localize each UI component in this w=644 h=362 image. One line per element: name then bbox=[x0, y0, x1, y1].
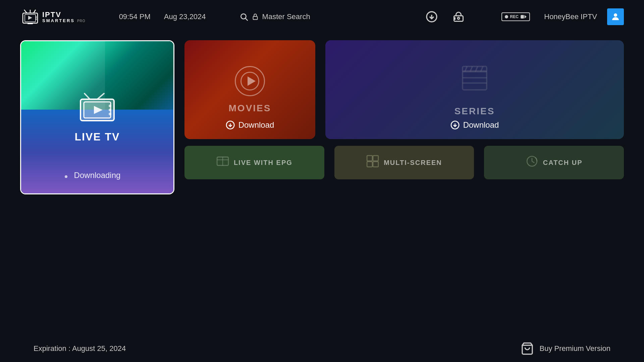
movies-download-button[interactable]: Download bbox=[226, 120, 274, 130]
movies-download-label: Download bbox=[238, 120, 274, 130]
svg-point-27 bbox=[109, 113, 111, 115]
epg-card[interactable]: LIVE WITH EPG bbox=[184, 146, 324, 179]
svg-marker-5 bbox=[28, 16, 32, 20]
clapperboard-icon bbox=[458, 63, 491, 99]
movies-play-icon bbox=[235, 66, 265, 96]
movies-label: MOVIES bbox=[229, 103, 271, 114]
multiscreen-card[interactable]: MULTI-SCREEN bbox=[334, 146, 474, 179]
svg-point-8 bbox=[36, 18, 37, 20]
download-circle-icon bbox=[226, 120, 235, 130]
svg-line-20 bbox=[85, 94, 90, 99]
search-label: Master Search bbox=[262, 12, 310, 21]
app-header: IPTV SMARTERS PRO 09:54 PM Aug 23,2024 M… bbox=[0, 0, 644, 34]
downloading-label: Downloading bbox=[74, 171, 121, 180]
live-tv-label: LIVE TV bbox=[75, 131, 120, 143]
svg-point-15 bbox=[458, 17, 460, 19]
series-download-button[interactable]: Download bbox=[450, 120, 499, 130]
logo-pro: PRO bbox=[77, 19, 86, 23]
logo-smarters: SMARTERS bbox=[42, 18, 75, 23]
search-button[interactable]: Master Search bbox=[239, 12, 310, 21]
logo-text: IPTV SMARTERS PRO bbox=[42, 11, 86, 23]
svg-rect-45 bbox=[367, 162, 372, 167]
catchup-icon bbox=[526, 155, 538, 170]
svg-rect-30 bbox=[463, 71, 487, 90]
header-date: Aug 23,2024 bbox=[164, 12, 206, 21]
series-label: SERIES bbox=[454, 106, 495, 117]
svg-point-26 bbox=[109, 109, 111, 111]
download-button[interactable] bbox=[423, 8, 440, 25]
svg-rect-46 bbox=[373, 162, 378, 167]
user-avatar[interactable] bbox=[607, 8, 624, 25]
rec-button[interactable]: REC bbox=[507, 8, 524, 25]
logo-iptv: IPTV bbox=[42, 11, 61, 18]
svg-rect-43 bbox=[367, 156, 372, 161]
feature-cards-row: LIVE WITH EPG MULTI-SCREEN bbox=[184, 146, 624, 179]
top-row: MOVIES Download bbox=[184, 40, 624, 139]
series-download-label: Download bbox=[463, 120, 499, 130]
logo-icon bbox=[20, 8, 40, 25]
search-icon bbox=[239, 12, 248, 21]
buy-premium-label: Buy Premium Version bbox=[539, 344, 610, 353]
epg-icon bbox=[216, 155, 229, 170]
rec-icon: REC bbox=[501, 12, 530, 21]
download-icon bbox=[426, 11, 438, 23]
svg-rect-44 bbox=[373, 156, 378, 161]
provider-name: HoneyBee IPTV bbox=[544, 12, 597, 21]
svg-line-21 bbox=[97, 94, 104, 99]
svg-line-0 bbox=[24, 10, 27, 13]
svg-rect-6 bbox=[28, 23, 33, 24]
expiration-text: Expiration : August 25, 2024 bbox=[34, 344, 126, 353]
svg-point-7 bbox=[36, 16, 37, 18]
svg-rect-11 bbox=[253, 16, 257, 19]
cart-icon bbox=[521, 342, 534, 355]
svg-point-25 bbox=[109, 105, 111, 107]
radio-button[interactable] bbox=[450, 8, 467, 25]
main-content: LIVE TV Downloading bbox=[0, 34, 644, 201]
svg-rect-18 bbox=[521, 15, 524, 19]
movies-card[interactable]: MOVIES Download bbox=[184, 40, 315, 139]
header-icons: REC HoneyBee IPTV bbox=[423, 8, 624, 25]
live-tv-card[interactable]: LIVE TV Downloading bbox=[20, 40, 174, 194]
live-tv-icon bbox=[77, 92, 117, 125]
catchup-card[interactable]: CATCH UP bbox=[484, 146, 624, 179]
avatar-icon bbox=[610, 12, 621, 22]
lock-icon bbox=[252, 13, 259, 20]
right-column: MOVIES Download bbox=[184, 40, 624, 179]
app-logo: IPTV SMARTERS PRO bbox=[20, 8, 86, 25]
svg-point-19 bbox=[614, 13, 617, 17]
cards-row: LIVE TV Downloading bbox=[20, 40, 624, 194]
epg-label: LIVE WITH EPG bbox=[234, 159, 292, 167]
header-time: 09:54 PM bbox=[119, 12, 151, 21]
svg-line-2 bbox=[34, 10, 36, 13]
buy-premium-button[interactable]: Buy Premium Version bbox=[521, 342, 610, 355]
series-card[interactable]: SERIES Download bbox=[325, 40, 624, 139]
multiscreen-icon bbox=[366, 155, 379, 170]
catchup-label: CATCH UP bbox=[543, 159, 583, 167]
svg-line-10 bbox=[245, 18, 247, 20]
app-footer: Expiration : August 25, 2024 Buy Premium… bbox=[0, 335, 644, 362]
download-circle-icon-series bbox=[450, 120, 460, 130]
radio-icon bbox=[452, 11, 465, 23]
downloading-dot bbox=[65, 175, 67, 178]
svg-marker-17 bbox=[525, 15, 527, 19]
play-triangle bbox=[248, 76, 256, 86]
multiscreen-label: MULTI-SCREEN bbox=[384, 159, 442, 167]
